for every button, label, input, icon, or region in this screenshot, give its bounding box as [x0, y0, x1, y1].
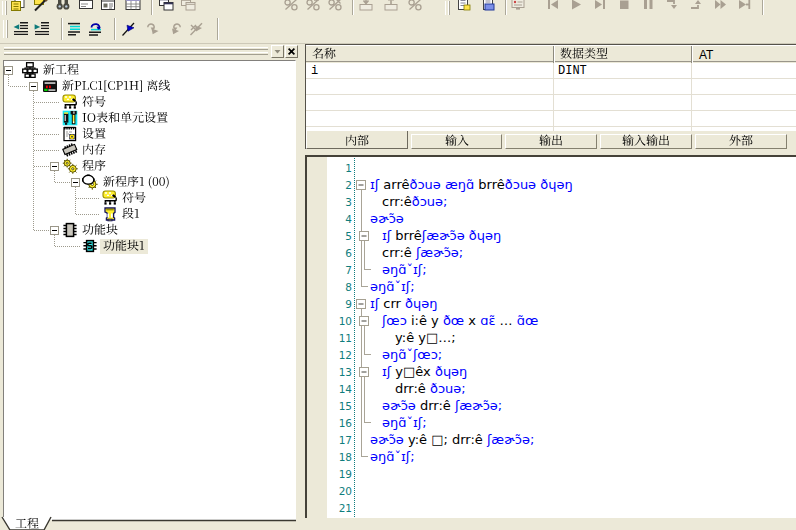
fold-collapse-button[interactable]	[359, 316, 369, 326]
transfer-from-plc-icon[interactable]	[383, 0, 399, 12]
fold-collapse-button[interactable]	[356, 299, 366, 309]
debug-step-back-icon[interactable]	[545, 0, 561, 12]
previous-bookmark-icon[interactable]	[167, 21, 183, 37]
tree-expand-minus[interactable]	[50, 162, 59, 171]
var-tab-label-3[interactable]: 输入输出	[622, 133, 670, 149]
line-number: 15	[330, 400, 352, 412]
column-header-datatype[interactable]: 数据类型	[560, 46, 608, 62]
tree-expand-minus[interactable]	[71, 178, 80, 187]
drag-gripper[interactable]	[4, 47, 268, 50]
var-tab-label-4[interactable]: 外部	[729, 133, 753, 149]
report-window-icon[interactable]	[100, 0, 116, 12]
work-online-icon[interactable]	[510, 0, 526, 12]
tree-item-settings-4[interactable]: 设置	[0, 126, 296, 142]
tree-item-symbol-table-2[interactable]: 符号	[0, 94, 296, 110]
line-number: 14	[330, 383, 352, 395]
tree-item-function-blocks-10[interactable]: 功能块	[0, 222, 296, 238]
code-token: y:ê y□…;	[395, 330, 456, 345]
code-token: ɑ̃œ	[517, 313, 539, 328]
code-line-8: əŋɑ̃ˇɪʃ;	[370, 279, 415, 294]
line-number: 13	[330, 366, 352, 378]
tree-item-io-table-3[interactable]: IO表和单元设置	[0, 110, 296, 126]
transfer-to-plc-icon[interactable]	[358, 0, 374, 12]
new-project-icon[interactable]	[10, 0, 26, 12]
memory-icon	[62, 142, 78, 158]
code-line-16: əŋɑ̃ˇɪʃ;	[382, 415, 427, 430]
line-number: 2	[330, 179, 352, 191]
monitor-1-icon[interactable]	[283, 0, 299, 12]
code-token: ʃæɚɔ̃ə;	[487, 432, 534, 447]
debug-step-icon[interactable]	[592, 0, 608, 12]
toolbar-grip[interactable]	[445, 1, 450, 15]
debug-stop-icon[interactable]	[616, 0, 632, 12]
find-binoculars-icon[interactable]	[55, 0, 71, 12]
workspace-close-button[interactable]	[285, 45, 298, 58]
tree-item-symbol-table-8[interactable]: 符号	[0, 190, 296, 206]
indent-icon[interactable]	[34, 21, 50, 37]
two-windows-icon[interactable]	[158, 0, 174, 12]
tree-label-5-glyphs	[82, 142, 106, 158]
code-token: ðœ	[439, 313, 469, 328]
debug-fast-forward-icon[interactable]	[712, 0, 728, 12]
workspace-header[interactable]	[0, 44, 300, 60]
compare-with-plc-icon[interactable]	[407, 0, 423, 12]
cell-datatype: DINT	[558, 64, 587, 78]
column-header-name[interactable]: 名称	[312, 46, 336, 62]
debug-pause-icon[interactable]	[640, 0, 656, 12]
debug-run-to-end-icon[interactable]	[736, 0, 752, 12]
code-token: ðɔuə ðɥəŋ	[505, 177, 573, 192]
uncomment-icon[interactable]	[87, 21, 103, 37]
var-tab-label-1[interactable]: 输入	[445, 133, 469, 149]
drag-gripper[interactable]	[4, 52, 268, 55]
line-number: 9	[330, 298, 352, 310]
toggle-bookmark-icon[interactable]	[121, 21, 137, 37]
debug-run-icon[interactable]	[568, 0, 584, 12]
column-divider[interactable]	[691, 46, 693, 63]
tree-item-section-9[interactable]: 段1	[0, 206, 296, 222]
debug-step-in-icon[interactable]	[664, 0, 680, 12]
clear-bookmarks-icon[interactable]	[189, 21, 205, 37]
toolbar-grip[interactable]	[3, 20, 8, 38]
next-bookmark-icon[interactable]	[145, 21, 161, 37]
paste-page-icon[interactable]	[480, 0, 496, 12]
fold-collapse-button[interactable]	[359, 231, 369, 241]
monitor-2-icon[interactable]	[305, 0, 321, 12]
table-body[interactable]	[306, 63, 796, 131]
fold-line-end	[364, 269, 371, 270]
tree-item-program-7[interactable]: 新程序1 (00)	[0, 174, 296, 190]
tree-expand-minus[interactable]	[29, 82, 38, 91]
tree-label-2: 符号	[82, 94, 106, 110]
two-windows-2-icon[interactable]	[180, 0, 196, 12]
tree-item-programs-6[interactable]: 程序	[0, 158, 296, 174]
var-tab-label-0[interactable]: 内部	[345, 133, 369, 149]
monitor-3-icon[interactable]	[327, 0, 343, 12]
workspace-tab-label[interactable]: 工程	[15, 516, 39, 530]
symbol-grid-icon[interactable]	[125, 0, 141, 12]
line-number: 7	[330, 264, 352, 276]
open-modify-icon[interactable]	[33, 0, 49, 12]
workspace-options-button[interactable]	[271, 45, 284, 58]
window-icon[interactable]	[78, 0, 94, 12]
column-header-at[interactable]: AT	[699, 48, 713, 62]
new-page-icon[interactable]	[455, 0, 471, 12]
toolbar-st-editing	[0, 16, 796, 43]
code-token: ðɥəŋ	[401, 296, 438, 311]
code-token: drr:ê	[395, 381, 430, 396]
tree-expand-minus[interactable]	[4, 66, 13, 75]
tree-expand-minus[interactable]	[50, 226, 59, 235]
fold-collapse-button[interactable]	[359, 367, 369, 377]
var-tab-label-2[interactable]: 输出	[539, 133, 563, 149]
settings-icon	[62, 126, 78, 142]
outdent-icon[interactable]	[13, 21, 29, 37]
column-divider[interactable]	[553, 46, 555, 63]
toolbar-separator	[762, 0, 764, 15]
tree-item-function-block-st-11[interactable]: 功能块1	[0, 238, 296, 254]
fold-collapse-button[interactable]	[356, 180, 366, 190]
debug-step-out-icon[interactable]	[688, 0, 704, 12]
tree-item-memory-5[interactable]: 内存	[0, 142, 296, 158]
tree-item-project-0[interactable]: 新工程	[0, 62, 296, 78]
toolbar-separator	[505, 0, 507, 15]
comment-icon[interactable]	[66, 21, 82, 37]
tree-item-plc-1[interactable]: 新PLC1[CP1H] 离线	[0, 78, 296, 94]
toolbar-grip[interactable]	[2, 1, 7, 15]
